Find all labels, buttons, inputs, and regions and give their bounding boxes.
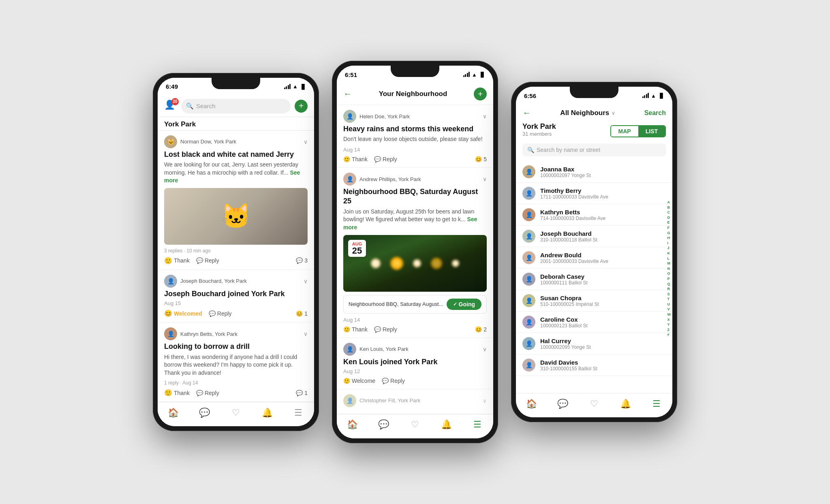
- neighbour-item-2[interactable]: 👤 Kathryn Betts 714-100000033 Davisville…: [516, 204, 672, 226]
- add-user-button[interactable]: 👤 20: [164, 100, 177, 113]
- welcome-button-p2-3[interactable]: 🙂 Welcome: [343, 378, 375, 384]
- reply-icon-p2-1: 💬: [374, 156, 381, 162]
- chevron-p2-2[interactable]: ∨: [483, 176, 487, 182]
- chevron-down-icon-2[interactable]: ∨: [304, 278, 308, 284]
- add-post-button[interactable]: +: [295, 100, 308, 113]
- map-button[interactable]: MAP: [611, 126, 638, 137]
- welcome-button-2[interactable]: 😊 Welcomed: [164, 310, 202, 317]
- alpha-letter-L[interactable]: L: [667, 256, 671, 261]
- tab-menu-1[interactable]: ☰: [283, 408, 314, 418]
- alpha-letter-I[interactable]: I: [667, 241, 671, 246]
- post-body-3: Hi there, I was wondering if anyone had …: [164, 353, 308, 377]
- chevron-p2-4[interactable]: ∨: [483, 397, 487, 404]
- search-link-3[interactable]: Search: [644, 109, 666, 117]
- alpha-letter-N[interactable]: N: [667, 266, 671, 271]
- alpha-letter-D[interactable]: D: [667, 215, 671, 220]
- tab-home-3[interactable]: 🏠: [516, 399, 547, 409]
- post-author-2: 👤 Joseph Bouchard, York Park: [164, 275, 247, 288]
- event-rsvp-title: Neighbourhood BBQ, Saturday August...: [349, 301, 443, 307]
- tab-heart-2[interactable]: ♡: [399, 419, 430, 430]
- alpha-letter-U[interactable]: U: [667, 302, 671, 307]
- neighbour-item-1[interactable]: 👤 Timothy Berry 1711-100000033 Davisvill…: [516, 183, 672, 204]
- alpha-letter-G[interactable]: G: [667, 231, 671, 236]
- reply-icon-2: 💬: [209, 310, 216, 317]
- tab-chat-3[interactable]: 💬: [547, 399, 578, 409]
- dropdown-button[interactable]: All Neighbours ∨: [560, 109, 615, 117]
- alpha-letter-B[interactable]: B: [667, 205, 671, 210]
- alpha-letter-A[interactable]: A: [667, 200, 671, 205]
- tab-home-2[interactable]: 🏠: [337, 419, 368, 430]
- neighbour-search-input[interactable]: 🔍 Search by name or street: [522, 143, 666, 156]
- chevron-p2-3[interactable]: ∨: [483, 346, 487, 352]
- alpha-letter-O[interactable]: O: [667, 271, 671, 276]
- alpha-letter-F[interactable]: F: [667, 225, 671, 231]
- alpha-letter-J[interactable]: J: [667, 246, 671, 251]
- alpha-letter-S[interactable]: S: [667, 292, 671, 297]
- neighbours-title: All Neighbours: [560, 109, 609, 117]
- post-author-p2-2: 👤 Andrew Phillips, York Park: [343, 173, 421, 186]
- list-button[interactable]: LIST: [638, 126, 665, 137]
- neighbour-item-8[interactable]: 👤 Hal Currey 10000002095 Yonge St: [516, 333, 672, 355]
- chevron-p2-1[interactable]: ∨: [483, 113, 487, 120]
- reply-button-p2-1[interactable]: 💬 Reply: [374, 156, 397, 162]
- neighbour-item-7[interactable]: 👤 Caroline Cox 1000000123 Balliol St: [516, 312, 672, 333]
- add-button-2[interactable]: +: [474, 88, 487, 100]
- neighbour-address-5: 1000000111 Balliol St: [540, 280, 666, 286]
- reply-button-1[interactable]: 💬 Reply: [196, 257, 219, 264]
- neighbour-item-0[interactable]: 👤 Joanna Bax 10000002097 Yonge St: [516, 161, 672, 183]
- alpha-letter-Y[interactable]: Y: [667, 322, 671, 327]
- neighbour-address-4: 2001-100000033 Davisville Ave: [540, 258, 666, 264]
- thank-button-1[interactable]: 🙂 Thank: [164, 257, 190, 265]
- alpha-letter-T[interactable]: T: [667, 297, 671, 302]
- reply-button-p2-3[interactable]: 💬 Reply: [382, 378, 405, 384]
- neighbour-item-5[interactable]: 👤 Deborah Casey 1000000111 Balliol St: [516, 269, 672, 290]
- reply-button-p2-2[interactable]: 💬 Reply: [374, 326, 397, 333]
- tab-menu-2[interactable]: ☰: [462, 419, 493, 430]
- alpha-letter-W[interactable]: W: [667, 312, 671, 317]
- tab-bell-2[interactable]: 🔔: [431, 419, 462, 430]
- chevron-down-icon-3[interactable]: ∨: [304, 331, 308, 337]
- tab-bell-1[interactable]: 🔔: [252, 408, 283, 418]
- alpha-letter-C[interactable]: C: [667, 210, 671, 215]
- smiley-count-p2-2: 😊: [475, 326, 482, 333]
- neighbour-address-0: 10000002097 Yonge St: [540, 173, 666, 178]
- alpha-letter-X[interactable]: X: [667, 317, 671, 322]
- tab-chat-1[interactable]: 💬: [189, 408, 220, 418]
- alpha-letter-E[interactable]: E: [667, 220, 671, 225]
- neighbour-address-6: 510-100000025 Impérial St: [540, 301, 666, 307]
- alpha-letter-Q[interactable]: Q: [667, 281, 671, 286]
- alpha-letter-#[interactable]: #: [667, 332, 671, 337]
- neighbour-item-3[interactable]: 👤 Joseph Bouchard 310-1000000118 Balliol…: [516, 226, 672, 247]
- neighbour-item-9[interactable]: 👤 David Davies 310-1000000155 Balliol St: [516, 355, 672, 376]
- tab-bell-3[interactable]: 🔔: [610, 399, 641, 409]
- reply-button-3[interactable]: 💬 Reply: [196, 390, 219, 396]
- tab-chat-2[interactable]: 💬: [368, 419, 399, 430]
- alpha-letter-P[interactable]: P: [667, 276, 671, 282]
- tab-home-1[interactable]: 🏠: [158, 408, 189, 418]
- signal-icon-3: [642, 93, 649, 98]
- phone-3: 6:56 ▲ ▐▌ ← All Neighbours ∨ Search: [511, 82, 677, 422]
- wifi-icon: ▲: [293, 83, 298, 90]
- alpha-letter-V[interactable]: V: [667, 307, 671, 312]
- going-button[interactable]: ✓ Going: [447, 299, 481, 310]
- reply-button-2[interactable]: 💬 Reply: [209, 310, 232, 317]
- reply-icon-p2-2: 💬: [374, 326, 381, 333]
- thank-button-3[interactable]: 🙂 Thank: [164, 389, 190, 397]
- neighbour-item-4[interactable]: 👤 Andrew Bould 2001-100000033 Davisville…: [516, 247, 672, 269]
- back-button-2[interactable]: ←: [343, 89, 352, 99]
- tab-heart-3[interactable]: ♡: [578, 399, 610, 409]
- alpha-letter-Z[interactable]: Z: [667, 327, 671, 333]
- alpha-letter-K[interactable]: K: [667, 251, 671, 256]
- alpha-letter-R[interactable]: R: [667, 286, 671, 292]
- back-button-3[interactable]: ←: [522, 108, 531, 118]
- search-bar[interactable]: 🔍 Search: [181, 99, 291, 113]
- alpha-letter-H[interactable]: H: [667, 235, 671, 241]
- neighbour-item-6[interactable]: 👤 Susan Chopra 510-100000025 Impérial St: [516, 290, 672, 312]
- thank-button-p2-2[interactable]: 🙂 Thank: [343, 326, 368, 333]
- alpha-letter-M[interactable]: M: [667, 261, 671, 266]
- thank-button-p2-1[interactable]: 🙂 Thank: [343, 156, 368, 162]
- neighbour-address-9: 310-1000000155 Balliol St: [540, 366, 666, 372]
- chevron-down-icon-1[interactable]: ∨: [304, 139, 308, 145]
- tab-menu-3[interactable]: ☰: [641, 399, 672, 409]
- tab-heart-1[interactable]: ♡: [220, 408, 251, 418]
